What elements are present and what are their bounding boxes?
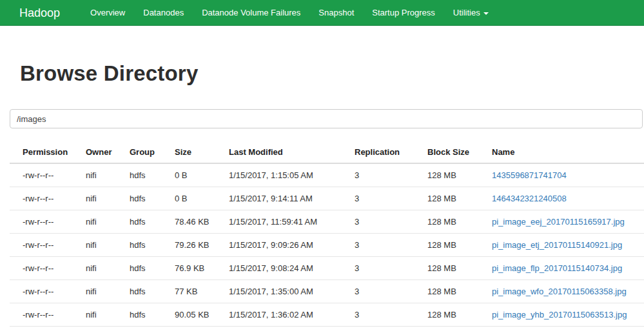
- cell-block-size: 128 MB: [422, 257, 487, 280]
- cell-permission: -rw-r--r--: [10, 327, 81, 335]
- nav-item-utilities-label: Utilities: [453, 8, 480, 17]
- cell-group: hdfs: [124, 187, 170, 210]
- cell-permission: -rw-r--r--: [10, 234, 81, 257]
- cell-block-size: 128 MB: [422, 187, 487, 210]
- cell-group: hdfs: [124, 327, 170, 335]
- cell-block-size: 128 MB: [422, 280, 487, 303]
- column-header-size: Size: [170, 141, 224, 163]
- cell-name: pi_image_eej_20170115165917.jpg: [487, 210, 644, 234]
- table-body: -rw-r--r-- nifi hdfs 0 B 1/15/2017, 1:15…: [10, 163, 644, 335]
- cell-name: pi_image_wfo_20170115063358.jpg: [487, 280, 644, 303]
- cell-owner: nifi: [81, 187, 124, 210]
- cell-modified: 1/15/2017, 1:15:05 AM: [224, 163, 349, 187]
- nav-item-utilities-dropdown[interactable]: Utilities: [444, 0, 498, 25]
- cell-block-size: 128 MB: [422, 303, 487, 327]
- cell-size: 90.05 KB: [170, 303, 224, 327]
- cell-size: 76.9 KB: [170, 257, 224, 280]
- nav-item-datanode-volume-failures[interactable]: Datanode Volume Failures: [193, 0, 309, 25]
- page-title: Browse Directory: [20, 61, 644, 86]
- nav-item-startup-progress[interactable]: Startup Progress: [363, 0, 444, 25]
- cell-name: 1464342321240508: [487, 187, 644, 210]
- cell-group: hdfs: [124, 163, 170, 187]
- cell-modified: 1/15/2017, 9:14:11 AM: [224, 187, 349, 210]
- cell-size: 0 B: [170, 163, 224, 187]
- cell-group: hdfs: [124, 303, 170, 327]
- cell-block-size: 128 MB: [422, 210, 487, 234]
- file-link[interactable]: pi_image_eej_20170115165917.jpg: [492, 217, 625, 227]
- column-header-name: Name: [487, 141, 644, 163]
- cell-replication: 3: [349, 187, 422, 210]
- table-row: -rw-r--r-- nifi hdfs 77 KB 1/15/2017, 1:…: [10, 280, 644, 303]
- table-row: -rw-r--r-- nifi hdfs 76.9 KB 1/15/2017, …: [10, 257, 644, 280]
- cell-owner: nifi: [81, 327, 124, 335]
- nav-item-datanodes[interactable]: Datanodes: [134, 0, 193, 25]
- cell-modified: 1/15/2017, 11:59:41 AM: [224, 210, 349, 234]
- nav-item-overview[interactable]: Overview: [81, 0, 134, 25]
- nav-item-snapshot[interactable]: Snapshot: [309, 0, 363, 25]
- cell-permission: -rw-r--r--: [10, 163, 81, 187]
- cell-permission: -rw-r--r--: [10, 210, 81, 234]
- file-link[interactable]: pi_image_wfo_20170115063358.jpg: [492, 287, 627, 296]
- file-link[interactable]: pi_image_yhb_20170115063513.jpg: [492, 310, 627, 320]
- cell-modified: 1/15/2017, 9:08:24 AM: [224, 257, 349, 280]
- table-row: -rw-r--r-- nifi hdfs 79.26 KB 1/15/2017,…: [10, 234, 644, 257]
- cell-name: pi_image_etj_20170115140921.jpg: [487, 234, 644, 257]
- cell-owner: nifi: [81, 280, 124, 303]
- navbar-menu: Overview Datanodes Datanode Volume Failu…: [81, 0, 498, 25]
- cell-permission: -rw-r--r--: [10, 303, 81, 327]
- table-row: -rw-r--r-- nifi hdfs 0 B 1/15/2017, 1:15…: [10, 163, 644, 187]
- page-content: Browse Directory Permission Owner Group …: [0, 61, 644, 335]
- cell-owner: nifi: [81, 257, 124, 280]
- cell-name: pi_image_yhb_20170115063513.jpg: [487, 303, 644, 327]
- cell-size: 79.26 KB: [170, 234, 224, 257]
- cell-name: pi_image_flp_20170115140734.jpg: [487, 257, 644, 280]
- cell-replication: 3: [349, 327, 422, 335]
- cell-group: hdfs: [124, 257, 170, 280]
- table-header-row: Permission Owner Group Size Last Modifie…: [10, 141, 644, 163]
- cell-block-size: 128 MB: [422, 327, 487, 335]
- cell-modified: 1/15/2017, 1:35:00 AM: [224, 280, 349, 303]
- cell-name: 1435596871741704: [487, 163, 644, 187]
- cell-replication: 3: [349, 257, 422, 280]
- cell-group: hdfs: [124, 234, 170, 257]
- cell-replication: 3: [349, 234, 422, 257]
- navbar-brand: Hadoop: [0, 0, 70, 25]
- table-row: -rw-r--r-- nifi hdfs 62.33 KB 1/15/2017,…: [10, 327, 644, 335]
- column-header-replication: Replication: [349, 141, 422, 163]
- cell-size: 78.46 KB: [170, 210, 224, 234]
- column-header-owner: Owner: [81, 141, 124, 163]
- table-row: -rw-r--r-- nifi hdfs 78.46 KB 1/15/2017,…: [10, 210, 644, 234]
- table-header: Permission Owner Group Size Last Modifie…: [10, 141, 644, 163]
- column-header-permission: Permission: [10, 141, 81, 163]
- cell-size: 62.33 KB: [170, 327, 224, 335]
- cell-replication: 3: [349, 163, 422, 187]
- file-link[interactable]: 1464342321240508: [492, 194, 567, 203]
- cell-permission: -rw-r--r--: [10, 280, 81, 303]
- top-navbar: Hadoop Overview Datanodes Datanode Volum…: [0, 0, 644, 26]
- cell-owner: nifi: [81, 234, 124, 257]
- file-link[interactable]: pi_image_flp_20170115140734.jpg: [492, 263, 622, 273]
- cell-group: hdfs: [124, 280, 170, 303]
- cell-block-size: 128 MB: [422, 234, 487, 257]
- cell-modified: 1/15/2017, 9:09:26 AM: [224, 234, 349, 257]
- cell-permission: -rw-r--r--: [10, 187, 81, 210]
- cell-replication: 3: [349, 303, 422, 327]
- cell-permission: -rw-r--r--: [10, 257, 81, 280]
- directory-path-input[interactable]: [10, 109, 643, 128]
- cell-owner: nifi: [81, 303, 124, 327]
- cell-modified: 1/15/2017, 1:36:02 AM: [224, 303, 349, 327]
- cell-size: 77 KB: [170, 280, 224, 303]
- cell-replication: 3: [349, 210, 422, 234]
- file-link[interactable]: pi_image_etj_20170115140921.jpg: [492, 240, 622, 250]
- column-header-block-size: Block Size: [422, 141, 487, 163]
- cell-modified: 1/15/2017, 1:37:04 AM: [224, 327, 349, 335]
- cell-owner: nifi: [81, 210, 124, 234]
- column-header-last-modified: Last Modified: [224, 141, 349, 163]
- file-link[interactable]: 1435596871741704: [492, 170, 567, 180]
- directory-listing-table: Permission Owner Group Size Last Modifie…: [10, 141, 644, 335]
- cell-name: pi_image_yzw_20170115063617.jpg: [487, 327, 644, 335]
- cell-owner: nifi: [81, 163, 124, 187]
- cell-size: 0 B: [170, 187, 224, 210]
- column-header-group: Group: [124, 141, 170, 163]
- table-row: -rw-r--r-- nifi hdfs 90.05 KB 1/15/2017,…: [10, 303, 644, 327]
